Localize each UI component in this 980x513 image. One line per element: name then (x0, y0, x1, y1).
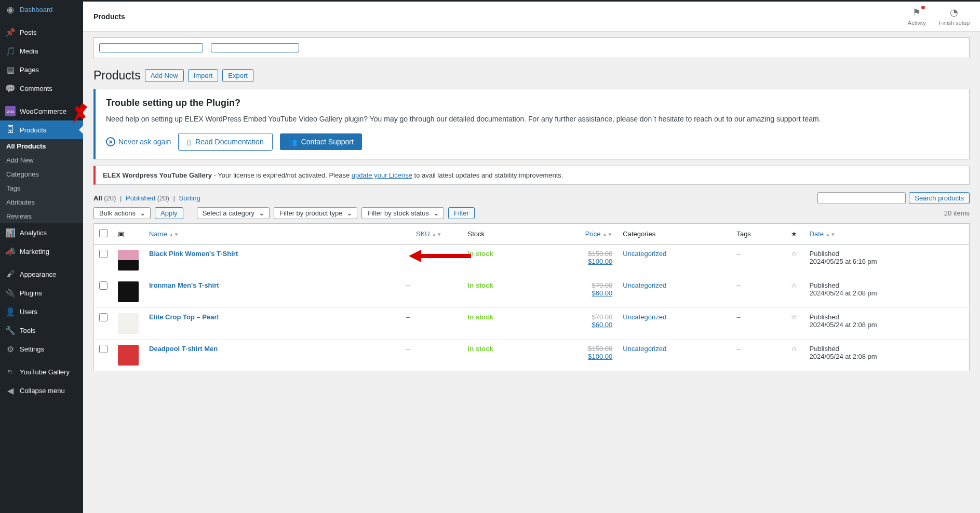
price-new[interactable]: $100.00 (543, 353, 612, 360)
product-type-select[interactable]: Filter by product type (274, 207, 357, 219)
stub-button[interactable] (211, 43, 299, 52)
table-row: Ironman Men's T-shirt–In stock$70.00$60.… (94, 276, 970, 308)
dashboard-icon: ◉ (5, 4, 16, 15)
column-price[interactable]: Price▲▼ (538, 224, 617, 245)
import-button[interactable]: Import (188, 69, 219, 82)
sidebar-item-pages[interactable]: ▤Pages (0, 60, 83, 79)
select-all-checkbox[interactable] (99, 229, 108, 237)
category-link[interactable]: Uncategorized (623, 281, 666, 289)
price-old: $150.00 (543, 345, 612, 353)
date-cell: Published2024/05/24 at 2:08 pm (804, 340, 970, 371)
sidebar-item-settings[interactable]: ⚙Settings (0, 340, 83, 358)
contact-support-button[interactable]: 👥 Contact Support (280, 133, 362, 150)
product-name-link[interactable]: Elite Crop Top – Pearl (149, 313, 219, 321)
column-featured[interactable]: ★ (784, 224, 804, 245)
row-checkbox[interactable] (99, 281, 108, 290)
filter-published[interactable]: Published (126, 194, 155, 202)
search-input[interactable] (817, 192, 906, 204)
featured-star-icon[interactable]: ☆ (791, 345, 797, 353)
column-categories[interactable]: Categories (617, 224, 731, 245)
export-button[interactable]: Export (222, 69, 253, 82)
notification-dot-icon (921, 6, 925, 9)
marketing-icon: 📣 (5, 246, 16, 256)
product-thumbnail[interactable] (118, 250, 139, 271)
price-new[interactable]: $60.00 (543, 289, 612, 297)
row-checkbox[interactable] (99, 250, 108, 258)
product-thumbnail[interactable] (118, 313, 139, 334)
row-checkbox[interactable] (99, 345, 108, 353)
sidebar-item-appearance[interactable]: 🖌Appearance (0, 265, 83, 284)
product-thumbnail[interactable] (118, 281, 139, 302)
update-license-link[interactable]: update your License (352, 171, 412, 179)
submenu-reviews[interactable]: Reviews (0, 209, 83, 223)
sidebar-item-products[interactable]: 🗄Products (0, 120, 83, 139)
apply-button[interactable]: Apply (155, 207, 183, 219)
sidebar-item-media[interactable]: 🎵Media (0, 42, 83, 60)
column-stock[interactable]: Stock (463, 224, 539, 245)
featured-star-icon[interactable]: ☆ (791, 313, 797, 321)
price-new[interactable]: $60.00 (543, 321, 612, 329)
progress-circle-icon: ◔ (950, 7, 958, 18)
product-thumbnail[interactable] (118, 345, 139, 366)
product-name-link[interactable]: Ironman Men's T-shirt (149, 281, 219, 289)
activity-button[interactable]: ⚑ Activity (908, 7, 926, 26)
category-select[interactable]: Select a category (197, 207, 270, 219)
stock-status-select[interactable]: Filter by stock status (361, 207, 444, 219)
sidebar-item-marketing[interactable]: 📣Marketing (0, 242, 83, 261)
category-link[interactable]: Uncategorized (623, 250, 666, 258)
add-new-button[interactable]: Add New (145, 69, 184, 82)
column-tags[interactable]: Tags (731, 224, 783, 245)
filter-all[interactable]: All (93, 194, 102, 202)
sidebar-item-posts[interactable]: 📌Posts (0, 23, 83, 42)
product-name-link[interactable]: Black Pink Women's T-Shirt (149, 250, 238, 258)
contact-label: Contact Support (301, 138, 354, 146)
search-products-button[interactable]: Search products (909, 192, 970, 204)
license-text: to avail latest updates and stability im… (412, 171, 563, 179)
price-old: $70.00 (543, 281, 612, 289)
filter-sorting[interactable]: Sorting (179, 194, 200, 202)
column-name[interactable]: Name▲▼ (144, 224, 353, 245)
notice-heading: Trouble setting up the Plugin? (106, 98, 959, 109)
sidebar-label: Media (20, 47, 38, 55)
stub-button[interactable] (99, 43, 203, 52)
sidebar-item-tools[interactable]: 🔧Tools (0, 321, 83, 340)
category-link[interactable]: Uncategorized (623, 345, 666, 353)
category-link[interactable]: Uncategorized (623, 313, 666, 321)
price-new[interactable]: $100.00 (543, 258, 612, 265)
featured-star-icon[interactable]: ☆ (791, 250, 797, 258)
sidebar-item-comments[interactable]: 💬Comments (0, 79, 83, 98)
sidebar-item-users[interactable]: 👤Users (0, 302, 83, 321)
row-checkbox[interactable] (99, 313, 108, 321)
sidebar-item-dashboard[interactable]: ◉Dashboard (0, 0, 83, 19)
column-date[interactable]: Date▲▼ (804, 224, 970, 245)
table-row: Black Pink Women's T-ShirtIn stock$150.0… (94, 245, 970, 276)
column-sku[interactable]: SKU▲▼ (353, 224, 462, 245)
sidebar-label: Tools (20, 327, 35, 334)
finish-setup-button[interactable]: ◔ Finish setup (939, 7, 970, 26)
sidebar-label: Comments (20, 85, 52, 92)
sidebar-item-woocommerce[interactable]: wooWooCommerce (0, 102, 83, 120)
plugins-icon: 🔌 (5, 288, 16, 298)
users-icon: 👤 (5, 306, 16, 317)
never-ask-again-link[interactable]: ✕ Never ask again (106, 137, 171, 146)
submenu-attributes[interactable]: Attributes (0, 195, 83, 209)
sidebar-item-youtube-gallery[interactable]: ELYouTube Gallery (0, 362, 83, 376)
submenu-all-products[interactable]: All Products (0, 139, 83, 153)
read-documentation-button[interactable]: ▯ Read Documentation (178, 133, 273, 151)
product-name-link[interactable]: Deadpool T-shirt Men (149, 345, 218, 353)
license-notice: ELEX Wordpress YouTube Gallery - Your li… (93, 166, 970, 185)
plugin-help-notice: Trouble setting up the Plugin? Need help… (93, 89, 970, 159)
activity-flag-icon: ⚑ (912, 7, 921, 18)
partial-notice-top (93, 37, 970, 58)
filter-button[interactable]: Filter (448, 207, 475, 219)
submenu-add-new[interactable]: Add New (0, 153, 83, 167)
submenu-tags[interactable]: Tags (0, 181, 83, 195)
sidebar-item-analytics[interactable]: 📊Analytics (0, 223, 83, 242)
sidebar-label: Dashboard (20, 6, 53, 14)
featured-star-icon[interactable]: ☆ (791, 281, 797, 289)
sidebar-item-plugins[interactable]: 🔌Plugins (0, 284, 83, 302)
main-content: Products Add New Import Export Trouble s… (83, 0, 980, 376)
table-row: Elite Crop Top – Pearl–In stock$70.00$60… (94, 308, 970, 340)
submenu-categories[interactable]: Categories (0, 167, 83, 181)
bulk-actions-select[interactable]: Bulk actions (93, 207, 151, 219)
